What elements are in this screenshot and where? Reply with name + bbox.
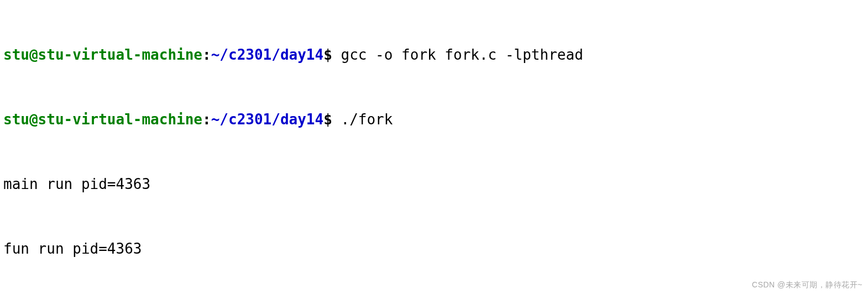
watermark-text: CSDN @未来可期，静待花开~	[752, 279, 862, 291]
prompt-path: ~/c2301/day14	[211, 46, 324, 63]
output-line: fun run pid=4363	[3, 238, 865, 260]
command-2: ./fork	[341, 111, 393, 128]
terminal[interactable]: stu@stu-virtual-machine:~/c2301/day14$ g…	[3, 1, 865, 294]
command-1: gcc -o fork fork.c -lpthread	[341, 46, 583, 63]
prompt-dollar: $	[323, 111, 332, 128]
prompt-line-2: stu@stu-virtual-machine:~/c2301/day14$ .…	[3, 109, 865, 130]
prompt-dollar: $	[323, 46, 332, 63]
prompt-path: ~/c2301/day14	[211, 111, 324, 128]
prompt-colon: :	[202, 111, 211, 128]
prompt-colon: :	[202, 46, 211, 63]
output-line: main run pid=4363	[3, 174, 865, 195]
prompt-user-host: stu@stu-virtual-machine	[3, 46, 202, 63]
prompt-line-1: stu@stu-virtual-machine:~/c2301/day14$ g…	[3, 44, 865, 66]
prompt-user-host: stu@stu-virtual-machine	[3, 111, 202, 128]
